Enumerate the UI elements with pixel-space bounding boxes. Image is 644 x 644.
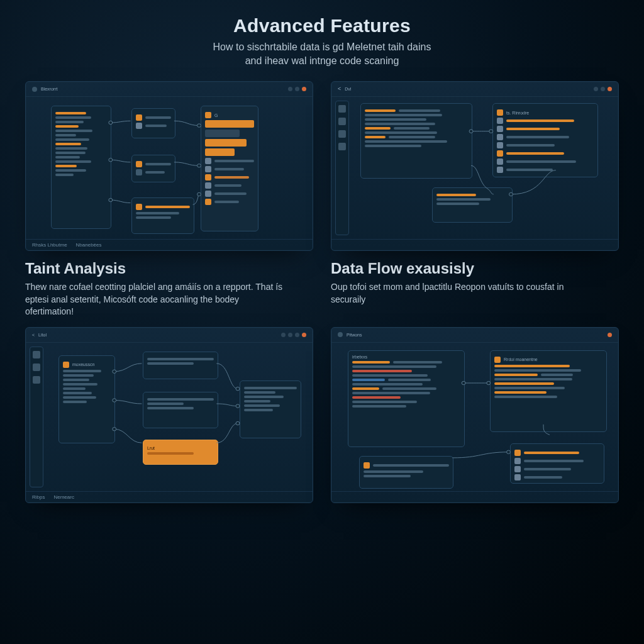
titlebar: < Litol (26, 328, 313, 343)
statusbar (331, 239, 618, 250)
statusbar (331, 491, 618, 502)
result-card[interactable]: Rrdoi moanentne (490, 350, 607, 432)
source-card[interactable] (51, 106, 111, 229)
window-title: Dvl (345, 87, 351, 91)
flag-icon (497, 109, 503, 116)
code-card[interactable] (360, 103, 472, 179)
section-flow: Data Flow exausisly Oup tofoi set mom an… (331, 260, 619, 318)
grid-icon[interactable] (33, 351, 40, 358)
node-card[interactable] (131, 155, 175, 182)
titlebar: Blexrorrt (26, 82, 313, 97)
hero-title: Advanced Features (25, 15, 619, 36)
avatar-icon (514, 458, 521, 464)
entry-card[interactable]: moxeusscn (58, 355, 115, 443)
section-title: Taint Analysis (25, 260, 313, 277)
list-icon[interactable] (33, 364, 40, 371)
app-icon (338, 332, 343, 337)
code-icon[interactable] (338, 118, 346, 125)
close-icon[interactable] (608, 87, 612, 91)
section-body: Oup tofoi set mom and lpactitlu Reopon v… (331, 281, 595, 306)
sink-card[interactable]: G (201, 106, 258, 231)
section-body: Thew nare cofael ceotting plalciel ang a… (25, 281, 289, 318)
detail-card[interactable] (510, 443, 604, 484)
bug-icon[interactable] (338, 143, 346, 150)
file-icon (136, 161, 142, 167)
home-icon[interactable] (338, 105, 346, 113)
branch-icon[interactable] (338, 130, 346, 138)
window-controls[interactable] (288, 87, 306, 91)
highlight-card[interactable]: Lrut (143, 440, 218, 465)
max-icon[interactable] (295, 87, 299, 91)
summary-card[interactable] (359, 456, 453, 489)
window-controls[interactable] (594, 87, 612, 91)
min-icon[interactable] (288, 87, 292, 91)
statusbar: Ribps Nemearc (26, 491, 313, 502)
titlebar: < Dvl (331, 82, 618, 97)
sidebar[interactable] (30, 347, 43, 487)
close-icon[interactable] (302, 87, 306, 91)
hero: Advanced Features How to sischrtabile da… (0, 0, 644, 75)
panel-bottom-left: < Litol moxeusscn (25, 327, 313, 503)
alert-icon (136, 204, 142, 210)
node-card[interactable] (131, 197, 194, 234)
code-card[interactable]: irbetxxs (348, 350, 465, 447)
tag-icon (136, 114, 142, 121)
close-icon[interactable] (302, 333, 306, 337)
detail-card[interactable] (432, 187, 513, 223)
result-card[interactable]: ts. Rinrodre (492, 103, 598, 177)
db-icon (136, 169, 142, 175)
panel-top-right: < Dvl (331, 81, 619, 251)
node-card[interactable] (143, 352, 218, 379)
window-controls[interactable] (608, 333, 612, 337)
titlebar: Pitwons (331, 328, 618, 343)
node-card[interactable] (143, 392, 218, 428)
statusbar: Rhsks Lhbutme Nbanebées (26, 239, 313, 250)
flag-icon (494, 357, 501, 363)
search-icon[interactable] (33, 376, 40, 384)
avatar-icon (205, 158, 211, 164)
section-title: Data Flow exausisly (331, 260, 619, 277)
window-title: Litol (38, 333, 47, 337)
panel-bottom-right: Pitwons irbetxxs (331, 327, 619, 503)
app-icon (32, 87, 37, 92)
user-icon (136, 123, 142, 129)
avatar-icon (497, 134, 503, 140)
panel-top-left: Blexrorrt (25, 81, 313, 251)
output-card[interactable] (240, 380, 301, 438)
window-title: Blexrorrt (41, 87, 57, 91)
window-title: Pitwons (347, 333, 362, 337)
window-controls[interactable] (281, 333, 306, 337)
hero-subtitle: How to sischrtabile data is gd Meletnet … (152, 40, 492, 67)
close-icon[interactable] (608, 333, 612, 337)
sidebar[interactable] (335, 101, 349, 235)
section-taint: Taint Analysis Thew nare cofael ceotting… (25, 260, 313, 318)
node-card[interactable] (131, 108, 175, 138)
